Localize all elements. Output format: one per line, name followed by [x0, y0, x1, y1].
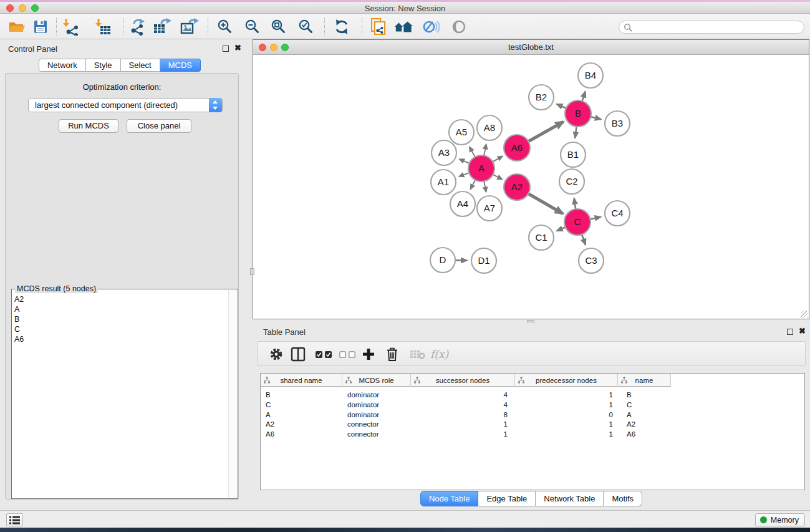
node-B3[interactable]: B3	[605, 111, 630, 136]
task-history-button[interactable]	[6, 513, 23, 526]
cell-predecessor-nodes[interactable]: 1	[515, 419, 618, 429]
result-item[interactable]: A	[14, 304, 228, 314]
edge-A-A8[interactable]	[484, 144, 486, 155]
save-session-icon[interactable]	[31, 18, 50, 36]
result-item[interactable]: A6	[14, 334, 228, 344]
cell-shared-name[interactable]: A2	[261, 419, 342, 429]
cell-successor-nodes[interactable]: 8	[411, 410, 515, 420]
cell-name[interactable]: C	[618, 400, 671, 410]
close-panel-icon[interactable]: ✖	[799, 328, 806, 334]
tab-network-table[interactable]: Network Table	[536, 491, 604, 506]
tab-select[interactable]: Select	[121, 59, 160, 72]
table-row[interactable]: Adominator80A	[261, 410, 671, 420]
table-row[interactable]: A2connector11A2	[261, 419, 671, 429]
tab-network[interactable]: Network	[39, 59, 86, 72]
cell-successor-nodes[interactable]: 1	[411, 419, 515, 429]
zoom-out-icon[interactable]	[243, 18, 262, 36]
select-all-checkboxes-icon[interactable]	[316, 342, 333, 367]
edge-B-B3[interactable]	[591, 117, 600, 119]
export-image-icon[interactable]	[180, 18, 199, 36]
tab-style[interactable]: Style	[86, 59, 121, 72]
column-header-predecessor-nodes[interactable]: predecessor nodes	[515, 374, 618, 387]
node-A1[interactable]: A1	[431, 170, 456, 195]
network-window-titlebar[interactable]: testGlobe.txt	[253, 40, 809, 55]
cell-name[interactable]: A2	[618, 419, 671, 429]
edge-A6-B[interactable]	[528, 122, 563, 142]
memory-button[interactable]: Memory	[755, 513, 805, 526]
cell-MCDS-role[interactable]: dominator	[342, 400, 411, 410]
result-item[interactable]: A2	[14, 294, 228, 304]
deselect-all-checkboxes-icon[interactable]	[339, 342, 357, 367]
cell-successor-nodes[interactable]: 4	[411, 390, 515, 400]
table-row[interactable]: Cdominator41C	[261, 400, 671, 410]
cell-shared-name[interactable]: C	[261, 400, 342, 410]
result-item[interactable]: B	[14, 314, 228, 324]
tab-mcds[interactable]: MCDS	[160, 59, 201, 72]
result-scrollbar[interactable]	[228, 290, 237, 498]
network-canvas[interactable]: AA1A2A3A4A5A6A7A8BB1B2B3B4CC1C2C3C4DD1	[253, 56, 809, 319]
cell-MCDS-role[interactable]: connector	[342, 419, 411, 429]
edge-C-C1[interactable]	[557, 227, 566, 231]
edge-C-C4[interactable]	[591, 217, 601, 220]
node-C2[interactable]: C2	[559, 169, 584, 194]
show-panels-icon[interactable]	[450, 18, 468, 36]
run-mcds-button[interactable]: Run MCDS	[59, 119, 118, 133]
node-B2[interactable]: B2	[529, 85, 554, 110]
close-panel-icon[interactable]: ✖	[234, 45, 241, 51]
node-B1[interactable]: B1	[561, 142, 586, 167]
edge-A-A3[interactable]	[460, 159, 470, 163]
mcds-result-list[interactable]: A2ABCA6	[14, 294, 228, 497]
node-A7[interactable]: A7	[477, 196, 502, 221]
criterion-dropdown[interactable]: largest connected component (directed)	[28, 98, 223, 112]
float-panel-icon[interactable]	[223, 46, 229, 52]
cell-name[interactable]: A	[618, 410, 671, 420]
table-options-gear-icon[interactable]	[269, 342, 283, 367]
column-header-name[interactable]: name	[618, 374, 671, 387]
close-panel-button[interactable]: Close panel	[127, 119, 191, 133]
cell-MCDS-role[interactable]: dominator	[342, 390, 411, 400]
node-D1[interactable]: D1	[471, 248, 496, 273]
node-A6[interactable]: A6	[504, 135, 530, 161]
open-session-icon[interactable]	[7, 18, 26, 36]
tab-node-table[interactable]: Node Table	[420, 491, 479, 506]
node-C[interactable]: C	[564, 209, 591, 235]
search-field[interactable]	[619, 21, 804, 34]
node-A2[interactable]: A2	[504, 174, 530, 200]
cell-MCDS-role[interactable]: dominator	[342, 410, 411, 420]
export-table-icon[interactable]	[153, 18, 171, 36]
result-item[interactable]: C	[14, 324, 228, 334]
edge-A-A4[interactable]	[471, 180, 476, 190]
node-B[interactable]: B	[565, 100, 591, 127]
delete-column-trash-icon[interactable]	[386, 342, 398, 367]
cell-successor-nodes[interactable]: 4	[411, 400, 515, 410]
column-header-shared-name[interactable]: shared name	[261, 374, 342, 387]
node-A5[interactable]: A5	[449, 120, 474, 145]
node-D[interactable]: D	[430, 248, 455, 273]
edge-A-A5[interactable]	[470, 147, 475, 157]
tab-motifs[interactable]: Motifs	[604, 491, 642, 506]
edge-B-B2[interactable]	[557, 104, 566, 109]
edge-A-A2[interactable]	[493, 175, 503, 180]
cell-predecessor-nodes[interactable]: 1	[515, 390, 618, 400]
add-column-icon[interactable]	[362, 342, 375, 367]
home-icon[interactable]	[394, 18, 413, 36]
cell-successor-nodes[interactable]: 1	[411, 429, 515, 439]
tab-edge-table[interactable]: Edge Table	[478, 491, 536, 506]
cell-shared-name[interactable]: A6	[261, 429, 342, 439]
zoom-fit-icon[interactable]	[269, 18, 288, 36]
edge-A-A7[interactable]	[484, 181, 486, 192]
node-C3[interactable]: C3	[579, 248, 604, 273]
cell-name[interactable]: B	[618, 390, 671, 400]
edge-B-B1[interactable]	[575, 127, 576, 138]
table-row[interactable]: A6connector11A6	[261, 429, 671, 439]
window-resize-grip[interactable]	[801, 311, 808, 318]
search-input[interactable]	[634, 22, 799, 32]
network-graph[interactable]: AA1A2A3A4A5A6A7A8BB1B2B3B4CC1C2C3C4DD1	[253, 56, 809, 319]
node-A4[interactable]: A4	[450, 191, 475, 216]
node-A3[interactable]: A3	[432, 140, 456, 165]
zoom-selected-icon[interactable]	[297, 18, 316, 36]
new-network-from-selection-icon[interactable]	[369, 18, 388, 36]
cell-shared-name[interactable]: B	[261, 390, 342, 400]
node-A[interactable]: A	[468, 155, 494, 181]
node-C4[interactable]: C4	[605, 201, 630, 226]
